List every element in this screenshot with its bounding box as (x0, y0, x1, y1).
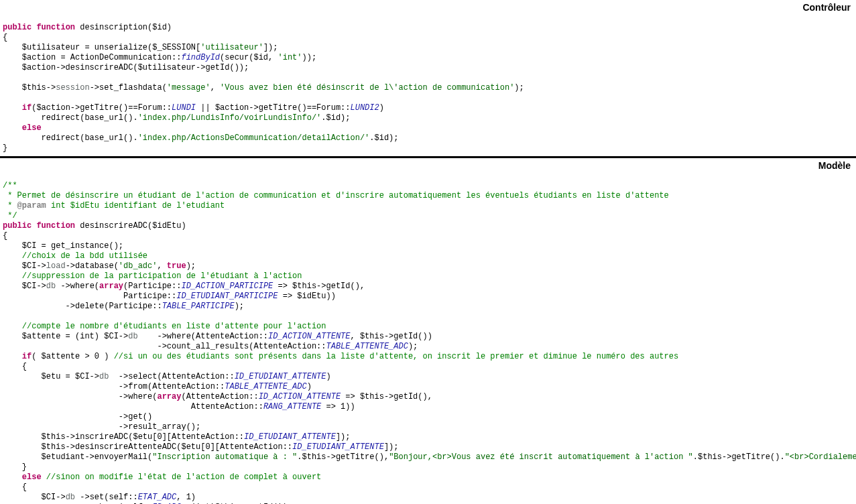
code: ); (186, 261, 196, 271)
static: ETAT_ADC (138, 493, 177, 502)
code: $attente = (int) $CI-> (3, 332, 128, 341)
code: , $this->getId()) (351, 332, 432, 341)
code: ->result_array(); (3, 422, 200, 432)
comment: /** (3, 181, 17, 190)
static: ID_ETUDIANT_ATTENTE (235, 372, 326, 381)
kw-true: true (167, 261, 186, 271)
kw-public: public (3, 23, 32, 32)
str: 'utilisateur' (200, 43, 263, 52)
comment: */ (3, 211, 17, 220)
code: )); (302, 53, 317, 62)
code: , (157, 261, 166, 271)
code: ->set_flashdata( (90, 83, 167, 92)
code: ) (379, 103, 384, 113)
code: $etu = $CI-> (3, 372, 99, 381)
brace: } (3, 143, 7, 153)
code: .$id); (369, 133, 398, 143)
code: , (210, 83, 220, 92)
fn-sig: desinscrireADC($idEtu) (75, 221, 186, 231)
static: LUNDI (172, 103, 196, 113)
code: $CI-> (3, 281, 46, 291)
str: 'db_adc' (119, 261, 158, 271)
comment: //compte le nombre d'étudiants en liste … (3, 322, 326, 331)
str: 'int' (278, 53, 302, 62)
comment: * (3, 201, 17, 210)
code: (AttenteAction:: (181, 392, 258, 401)
code: => $idEtu)) (278, 292, 335, 301)
code: ( $attente > 0 ) (32, 352, 113, 361)
code: ) (307, 382, 312, 391)
code: ->where( (56, 281, 99, 291)
kw-function: function (32, 23, 75, 32)
brace: { (3, 483, 27, 492)
code: (Participe:: (123, 281, 181, 291)
attr: load (46, 261, 66, 271)
str: 'Vous avez bien été désinscrit de l\'act… (220, 83, 514, 92)
code: ) (326, 372, 331, 381)
attr: db (46, 281, 56, 291)
static: ID_ACTION_PARTICIPE (181, 281, 273, 291)
code: Participe:: (3, 292, 176, 301)
kw-if: if (3, 352, 32, 361)
code: ($action->getTitre()==Forum:: (32, 103, 172, 113)
code: (secur($id, (220, 53, 278, 62)
code: ->where(AttenteAction:: (138, 332, 268, 341)
brace: { (3, 33, 7, 42)
static: findById (181, 53, 220, 62)
kw-if: if (3, 103, 32, 113)
fn-sig: desinscription($id) (75, 23, 172, 32)
comment: //choix de la bdd utilisée (3, 251, 147, 261)
str: "Inscription automatique à : " (152, 452, 297, 462)
attr: db (99, 372, 109, 381)
comment: int $idEtu identifiant de l'etudiant (46, 201, 225, 210)
static: ID_ACTION_ATTENTE (259, 392, 341, 401)
code: => $this->getId(), (273, 281, 365, 291)
controller-code-block: Contrôleur public function desinscriptio… (0, 0, 856, 156)
code: $this->desinscrireAttenteADC($etu[0][Att… (3, 442, 292, 452)
comment: //sinon on modifie l'état de l'action de… (46, 472, 321, 482)
brace: { (3, 362, 27, 371)
code: ->set(self:: (75, 493, 138, 502)
code (42, 472, 46, 482)
code: $utilisateur = unserialize($_SESSION[ (3, 43, 200, 52)
code: ->from(AttenteAction:: (3, 382, 225, 391)
code: ->delete(Participe:: (3, 302, 162, 311)
code: || $action->getTitre()==Forum:: (196, 103, 350, 113)
code: $etudiant->envoyerMail( (3, 452, 152, 462)
kw-public: public (3, 221, 32, 231)
model-label: Modèle (818, 161, 851, 171)
controller-label: Contrôleur (802, 3, 851, 13)
code: $this-> (3, 83, 56, 92)
code: .$this->getTitre(). (693, 452, 785, 462)
code: ->count_all_results(AttenteAction:: (3, 342, 326, 351)
kw-function: function (32, 221, 75, 231)
code: $CI-> (3, 493, 66, 502)
code: ->get() (3, 412, 152, 422)
code: redirect(base_url(). (3, 133, 138, 143)
static: TABLE_ATTENTE_ADC (225, 382, 306, 391)
comment: * Permet de désinscrire un étudiant de l… (3, 191, 669, 200)
static: RANG_ATTENTE (263, 402, 321, 412)
str: 'index.php/LundisInfo/voirLundisInfo/' (138, 113, 322, 123)
brace: { (3, 231, 7, 241)
model-code-block: Modèle /** * Permet de désinscrire un ét… (0, 158, 856, 504)
brace: } (3, 462, 27, 472)
param-tag: @param (17, 201, 46, 210)
code: ]); (384, 442, 399, 452)
code: ); (235, 302, 244, 311)
attr: db (128, 332, 137, 341)
static: TABLE_PARTICIPE (162, 302, 235, 311)
code: ); (408, 342, 418, 351)
kw-else: else (3, 472, 42, 482)
str: 'message' (167, 83, 210, 92)
static: LUNDI2 (351, 103, 379, 113)
code: ->select(AttenteAction:: (109, 372, 234, 381)
str: "<br>Cordialement" (785, 452, 856, 462)
code: ->where( (3, 392, 157, 401)
code: .$id); (321, 113, 350, 123)
attr: session (56, 83, 89, 92)
code: $action->desinscrireADC($utilisateur->ge… (3, 63, 249, 72)
comment: //suppression de la participation de l'é… (3, 271, 302, 281)
code: ]); (336, 432, 351, 442)
code: ->database( (66, 261, 119, 271)
